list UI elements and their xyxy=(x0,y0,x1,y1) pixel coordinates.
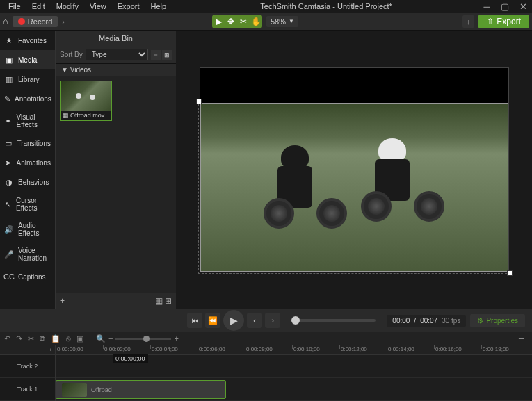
sidebar-item-behaviors[interactable]: ◑Behaviors xyxy=(0,172,55,192)
video-content xyxy=(368,138,417,229)
sidebar-item-favorites[interactable]: ★Favorites xyxy=(0,31,55,50)
effects-icon: ✦ xyxy=(4,116,13,126)
export-icon: ⇧ xyxy=(487,17,494,26)
library-icon: ▥ xyxy=(4,74,14,84)
paste-button[interactable]: 📋 xyxy=(51,334,61,343)
mic-icon: 🎤 xyxy=(4,249,14,259)
menu-modify[interactable]: Modify xyxy=(51,1,84,12)
menu-view[interactable]: View xyxy=(84,1,112,12)
step-back-button[interactable]: ⏪ xyxy=(205,313,220,328)
prev-frame-button[interactable]: ⏮ xyxy=(187,313,202,328)
sort-label: Sort By xyxy=(60,51,83,58)
export-label: Export xyxy=(497,17,521,26)
properties-button[interactable]: ⚙Properties xyxy=(470,314,525,327)
audio-icon: 🔊 xyxy=(4,224,14,234)
behaviors-icon: ◑ xyxy=(4,177,14,187)
fps-display: 30 fps xyxy=(442,317,460,325)
properties-label: Properties xyxy=(486,317,518,325)
timeline-ruler[interactable]: 0:00:00;000:00:02;000:00:04;000:00:06;00… xyxy=(56,345,532,355)
menu-file[interactable]: File xyxy=(3,1,26,12)
sort-dropdown[interactable]: Type xyxy=(86,49,148,60)
zoom-slider[interactable] xyxy=(115,338,171,340)
scrub-handle[interactable] xyxy=(291,316,300,325)
star-icon: ★ xyxy=(4,35,14,45)
zoom-minus[interactable]: − xyxy=(108,334,113,343)
clip-label: Offroad xyxy=(91,386,112,393)
view-grid-button[interactable]: ⊞ xyxy=(162,50,172,60)
timecode-display: 0:00:00;00 xyxy=(113,354,148,363)
gear-icon: ⚙ xyxy=(477,317,483,325)
timeline-options[interactable]: ☰ xyxy=(518,334,525,343)
export-button[interactable]: ⇧ Export xyxy=(478,15,529,28)
sidebar-item-library[interactable]: ▥Library xyxy=(0,69,55,89)
track-1[interactable]: Offroad xyxy=(56,378,532,401)
menu-help[interactable]: Help xyxy=(145,1,172,12)
scrub-bar[interactable] xyxy=(291,319,376,322)
record-icon xyxy=(18,18,25,25)
zoom-out-button[interactable]: 🔍 xyxy=(96,334,106,343)
record-label: Record xyxy=(28,17,52,26)
step-forward-button[interactable]: ‹ xyxy=(247,313,262,328)
sidebar-item-animations[interactable]: ➤Animations xyxy=(0,153,55,172)
zoom-plus[interactable]: + xyxy=(174,334,178,343)
add-track-button[interactable]: + xyxy=(0,345,55,355)
video-frame[interactable] xyxy=(200,103,508,272)
home-icon[interactable]: ⌂ xyxy=(3,16,8,26)
tool-hand[interactable]: ✋ xyxy=(250,15,262,28)
sidebar-item-voice-narration[interactable]: 🎤Voice Narration xyxy=(0,242,55,267)
sidebar: ★Favorites ▣Media ▥Library ✎Annotations … xyxy=(0,31,56,309)
media-section-videos[interactable]: ▼ Videos xyxy=(56,64,176,76)
timeline-clip-offroad[interactable]: Offroad xyxy=(56,380,226,399)
menu-export[interactable]: Export xyxy=(112,1,145,12)
clip-thumbnail xyxy=(61,81,111,111)
maximize-button[interactable]: ▢ xyxy=(499,1,511,12)
download-button[interactable]: ↓ xyxy=(462,15,475,28)
media-options-button[interactable]: ▦ ⊞ xyxy=(155,296,172,306)
view-list-button[interactable]: ≡ xyxy=(151,50,161,60)
tool-pan[interactable]: ✥ xyxy=(225,15,237,28)
redo-button[interactable]: ↷ xyxy=(16,334,22,343)
sidebar-item-media[interactable]: ▣Media xyxy=(0,50,55,69)
undo-button[interactable]: ↶ xyxy=(4,334,10,343)
media-clip-offroad[interactable]: ▦Offroad.mov xyxy=(60,81,112,121)
zoom-level[interactable]: 58% ▼ xyxy=(266,16,298,27)
sidebar-label: Library xyxy=(18,76,40,83)
sidebar-label: Media xyxy=(18,56,37,64)
sidebar-item-visual-effects[interactable]: ✦Visual Effects xyxy=(0,108,55,133)
track-2-label[interactable]: Track 2 xyxy=(0,355,55,378)
next-frame-button[interactable]: › xyxy=(265,313,280,328)
record-dropdown[interactable]: › xyxy=(62,17,65,26)
record-button[interactable]: Record xyxy=(13,16,58,27)
tool-select[interactable]: ▶ xyxy=(212,15,225,28)
sidebar-item-cursor-effects[interactable]: ↖Cursor Effects xyxy=(0,192,55,217)
film-icon: ▦ xyxy=(63,112,69,119)
add-media-button[interactable]: + xyxy=(60,296,65,306)
cc-icon: CC xyxy=(4,272,14,281)
playhead[interactable] xyxy=(56,345,56,401)
sidebar-label: Audio Effects xyxy=(18,222,51,237)
current-time: 00:00 xyxy=(392,317,410,325)
tool-crop[interactable]: ✂ xyxy=(237,15,250,28)
track-1-label[interactable]: Track 1 xyxy=(0,378,55,401)
play-button[interactable]: ▶ xyxy=(223,310,244,331)
sidebar-label: Transitions xyxy=(17,140,51,147)
cut-button[interactable]: ✂ xyxy=(28,334,34,343)
media-icon: ▣ xyxy=(4,55,14,65)
minimize-button[interactable]: ─ xyxy=(481,1,493,12)
preview-canvas[interactable] xyxy=(200,67,509,272)
media-panel: Media Bin Sort By Type ≡ ⊞ ▼ Videos ▦Off… xyxy=(56,31,176,309)
menu-edit[interactable]: Edit xyxy=(26,1,51,12)
sidebar-item-captions[interactable]: CCCaptions xyxy=(0,267,55,286)
media-bin-title: Media Bin xyxy=(56,31,176,46)
cursor-icon: ↖ xyxy=(4,199,12,209)
copy-button[interactable]: ⧉ xyxy=(40,334,45,343)
sidebar-item-annotations[interactable]: ✎Annotations xyxy=(0,89,55,108)
selection-handles[interactable] xyxy=(198,101,510,274)
split-button[interactable]: ⎋ xyxy=(66,334,71,343)
annotations-icon: ✎ xyxy=(4,94,10,104)
sidebar-item-transitions[interactable]: ▭Transitions xyxy=(0,133,55,153)
sidebar-item-audio-effects[interactable]: 🔊Audio Effects xyxy=(0,217,55,242)
tl-tool[interactable]: ▣ xyxy=(76,334,83,343)
close-button[interactable]: ✕ xyxy=(517,1,529,12)
sidebar-label: Favorites xyxy=(18,37,47,44)
